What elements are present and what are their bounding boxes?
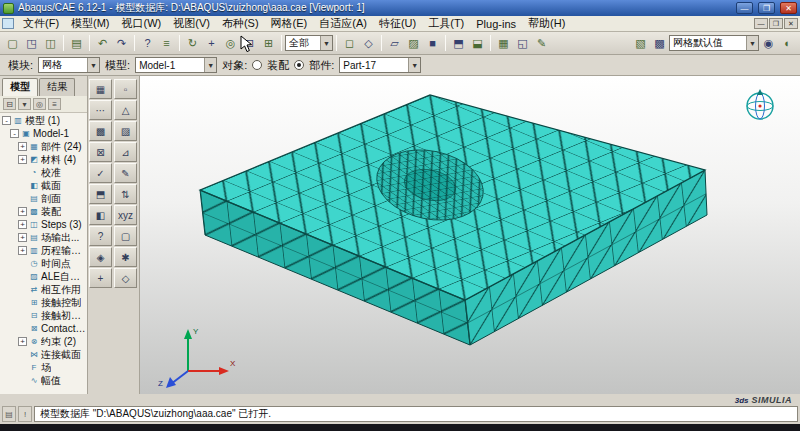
menu-help[interactable]: 帮助(H) bbox=[522, 16, 571, 31]
module-combo[interactable]: 网格 ▼ bbox=[38, 57, 100, 73]
create-viewport-icon[interactable]: ▦ bbox=[494, 34, 513, 52]
menu-adaptivity[interactable]: 自适应(A) bbox=[313, 16, 373, 31]
mesh-region-icon[interactable]: ▨ bbox=[114, 121, 137, 141]
tree-item-parts[interactable]: +▦部件 (24) bbox=[0, 140, 87, 153]
menu-model[interactable]: 模型(M) bbox=[65, 16, 116, 31]
save-model-database-icon[interactable]: ◫ bbox=[41, 34, 60, 52]
tree-item-contact-initializations[interactable]: ⊟接触初始化 bbox=[0, 309, 87, 322]
expander[interactable]: + bbox=[18, 207, 27, 216]
print-icon[interactable]: ▤ bbox=[67, 34, 86, 52]
mesh-controls-icon[interactable]: △ bbox=[114, 100, 137, 120]
delete-mesh-icon[interactable]: ⊠ bbox=[89, 142, 112, 162]
open-model-database-icon[interactable]: ◳ bbox=[22, 34, 41, 52]
minimize-button[interactable]: — bbox=[736, 2, 753, 14]
edit-mesh-icon[interactable]: ✎ bbox=[114, 163, 137, 183]
partition-icon[interactable]: ◧ bbox=[89, 205, 112, 225]
zoom-box-icon[interactable]: ⊡ bbox=[240, 34, 259, 52]
chevron-down-icon[interactable]: ▼ bbox=[204, 58, 216, 72]
display-group-icon[interactable]: ◐ bbox=[778, 34, 797, 52]
tree-collapse-icon[interactable]: ⊟ bbox=[3, 98, 16, 110]
virtual-topology-icon[interactable]: ◈ bbox=[89, 247, 112, 267]
menu-seed[interactable]: 布种(S) bbox=[216, 16, 265, 31]
tree-item-steps[interactable]: +◫Steps (3) bbox=[0, 218, 87, 231]
tree-item-field-output[interactable]: +▤场输出... bbox=[0, 231, 87, 244]
message-area-tab[interactable]: ▤ bbox=[2, 406, 16, 422]
fit-view-icon[interactable]: ⊞ bbox=[259, 34, 278, 52]
tab-model[interactable]: 模型 bbox=[2, 78, 38, 96]
part-combo[interactable]: Part-17 ▼ bbox=[339, 57, 421, 73]
perspective-on-icon[interactable]: ⬒ bbox=[449, 34, 468, 52]
expander[interactable]: + bbox=[18, 155, 27, 164]
viewport-minimize-button[interactable]: — bbox=[754, 18, 768, 29]
menu-viewport[interactable]: 视口(W) bbox=[116, 16, 168, 31]
query-info-icon[interactable]: ? bbox=[138, 34, 157, 52]
translate-icon[interactable]: + bbox=[89, 268, 112, 288]
chevron-down-icon[interactable]: ▼ bbox=[87, 58, 99, 72]
expander[interactable]: - bbox=[2, 116, 11, 125]
rotate-view-icon[interactable]: ↻ bbox=[183, 34, 202, 52]
visibility-icon[interactable]: ◉ bbox=[759, 34, 778, 52]
verify-mesh-icon[interactable]: ✓ bbox=[89, 163, 112, 183]
tree-filter-icon[interactable]: ▾ bbox=[18, 98, 31, 110]
mesh-associate-icon[interactable]: ⇅ bbox=[114, 184, 137, 204]
assembly-radio[interactable] bbox=[252, 60, 262, 70]
undo-icon[interactable]: ↶ bbox=[93, 34, 112, 52]
tree-item-calibrations[interactable]: ◔校准 bbox=[0, 166, 87, 179]
expander[interactable]: + bbox=[18, 220, 27, 229]
menu-view[interactable]: 视图(V) bbox=[167, 16, 216, 31]
meshed-part-3d-view[interactable]: Y X Z bbox=[140, 76, 800, 394]
tree-item-time-points[interactable]: ◷时间点 bbox=[0, 257, 87, 270]
expander[interactable]: + bbox=[18, 246, 27, 255]
feature-edit-icon[interactable]: ✱ bbox=[114, 247, 137, 267]
color-dialog-icon[interactable]: ▩ bbox=[650, 34, 669, 52]
tree-item-models[interactable]: -▥模型 (1) bbox=[0, 114, 87, 127]
query-tool-icon[interactable]: ? bbox=[89, 226, 112, 246]
tree-item-history-output[interactable]: +▥历程输出... bbox=[0, 244, 87, 257]
tree-item-contact-controls[interactable]: ⊞接触控制 bbox=[0, 296, 87, 309]
tile-viewports-icon[interactable]: ◱ bbox=[513, 34, 532, 52]
chevron-down-icon[interactable]: ▼ bbox=[408, 58, 420, 72]
color-code-combo[interactable]: 网格默认值 ▼ bbox=[669, 35, 759, 51]
tree-item-assembly[interactable]: +▩装配 bbox=[0, 205, 87, 218]
color-code-icon[interactable]: ▧ bbox=[631, 34, 650, 52]
pan-view-icon[interactable]: + bbox=[202, 34, 221, 52]
iso-view-icon[interactable]: ◇ bbox=[359, 34, 378, 52]
mesh-part-icon[interactable]: ▩ bbox=[89, 121, 112, 141]
tree-item-constraints[interactable]: +⊗约束 (2) bbox=[0, 335, 87, 348]
menu-tools[interactable]: 工具(T) bbox=[422, 16, 470, 31]
maximize-button[interactable]: ❐ bbox=[758, 2, 775, 14]
tree-item-ale-adaptive[interactable]: ▨ALE自适应... bbox=[0, 270, 87, 283]
hidden-render-icon[interactable]: ▨ bbox=[404, 34, 423, 52]
view-compass-icon[interactable] bbox=[747, 89, 773, 119]
viewport-1[interactable]: Y X Z bbox=[140, 76, 800, 394]
selection-filter-combo[interactable]: 全部 ▼ bbox=[285, 35, 333, 51]
zoom-view-icon[interactable]: ◎ bbox=[221, 34, 240, 52]
tree-item-connector-sections[interactable]: ⋈连接截面 bbox=[0, 348, 87, 361]
menu-file[interactable]: 文件(F) bbox=[17, 16, 65, 31]
menu-feature[interactable]: 特征(U) bbox=[373, 16, 422, 31]
warning-area-tab[interactable]: ! bbox=[18, 406, 32, 422]
element-type-icon[interactable]: ⊿ bbox=[114, 142, 137, 162]
macro-manager-icon[interactable]: ≡ bbox=[157, 34, 176, 52]
chevron-down-icon[interactable]: ▼ bbox=[746, 36, 758, 50]
datum-icon[interactable]: xyz bbox=[114, 205, 137, 225]
redo-icon[interactable]: ↷ bbox=[112, 34, 131, 52]
tree-search-icon[interactable]: ◎ bbox=[33, 98, 46, 110]
tree-item-sections[interactable]: ◧截面 bbox=[0, 179, 87, 192]
annotation-icon[interactable]: ✎ bbox=[532, 34, 551, 52]
seed-edges-icon[interactable]: ⋯ bbox=[89, 100, 112, 120]
perspective-off-icon[interactable]: ⬓ bbox=[468, 34, 487, 52]
tree-options-icon[interactable]: ≡ bbox=[48, 98, 61, 110]
expander[interactable]: + bbox=[18, 233, 27, 242]
tree-item-interactions[interactable]: ⇄相互作用 bbox=[0, 283, 87, 296]
bottom-up-mesh-icon[interactable]: ⬒ bbox=[89, 184, 112, 204]
new-model-database-icon[interactable]: ▢ bbox=[3, 34, 22, 52]
tree-item-fields[interactable]: F场 bbox=[0, 361, 87, 374]
menu-mesh[interactable]: 网格(E) bbox=[265, 16, 314, 31]
menu-plugins[interactable]: Plug-ins bbox=[470, 16, 522, 31]
tree-item-amplitudes[interactable]: ∿幅值 bbox=[0, 374, 87, 387]
viewport-close-button[interactable]: ✕ bbox=[784, 18, 798, 29]
chevron-down-icon[interactable]: ▼ bbox=[320, 36, 332, 50]
seed-part-icon[interactable]: ▦ bbox=[89, 79, 112, 99]
tree-item-model-1[interactable]: -▣Model-1 bbox=[0, 127, 87, 140]
